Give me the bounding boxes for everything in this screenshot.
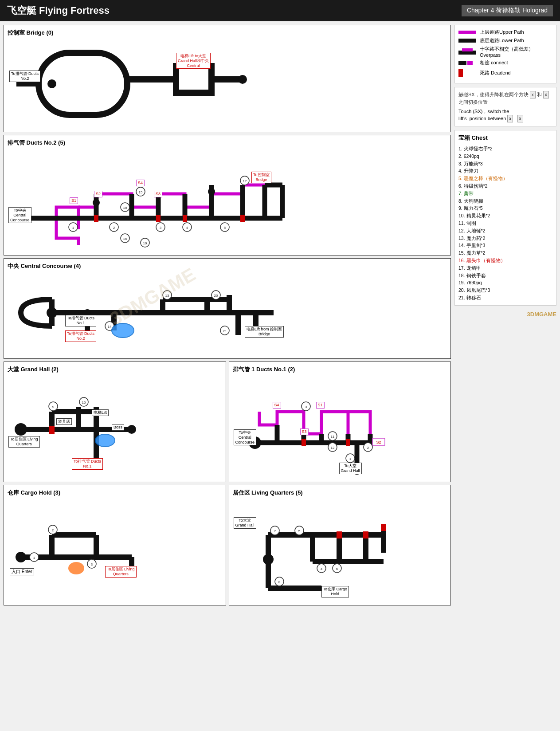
chest-item-7: 7. 萧带	[458, 190, 552, 197]
legend-deadend: 死路 Deadend	[458, 68, 552, 78]
living-quarters-map-section: 居住区 Living Quarters (5)	[229, 485, 451, 605]
legend-deadend-graphic	[458, 68, 476, 78]
svg-text:6: 6	[336, 567, 338, 571]
cargo-hold-enter-label: 入口 Enter	[10, 568, 34, 575]
svg-point-75	[95, 434, 115, 447]
central-map-canvas: 13 20 21 14 To排气管 DuctsNo.1 To排气管 DuctsN…	[8, 273, 447, 355]
svg-text:1: 1	[33, 556, 35, 560]
svg-point-4	[47, 79, 56, 88]
cargo-hold-title: 仓库 Cargo Hold (3)	[8, 489, 222, 497]
grand-hall-lift-label: 电梯Lift	[92, 409, 109, 416]
ducts1-grand-hall-label: To大堂Grand Hall	[339, 463, 362, 474]
chest-item-2: 2. 6240pq	[458, 153, 552, 160]
chest-item-3: 3. 万能药*3	[458, 160, 552, 168]
bridge-title: 控制室 Bridge (0)	[8, 29, 447, 37]
svg-point-124	[263, 554, 274, 565]
svg-text:5: 5	[224, 226, 226, 230]
svg-text:4: 4	[186, 226, 188, 230]
svg-text:18: 18	[123, 206, 127, 210]
ducts1-map-canvas: S2 3 11 12 2 1 To中央CentralConcourse	[233, 376, 447, 478]
chest-item-8: 8. 天狗晓撞	[458, 197, 552, 205]
central-map-svg: 13 20 21 14	[8, 273, 318, 353]
touch-sx-box1: x	[530, 91, 536, 98]
svg-text:15: 15	[139, 190, 143, 194]
legend-panel: 上层道路Upper Path 底层道路Lower Path 十字路不相交（高低差…	[454, 25, 556, 83]
chest-item-5: 5. 恶魔之棒（有怪物）	[458, 175, 552, 182]
legend-upper: 上层道路Upper Path	[458, 29, 552, 35]
branding-logo: 3DMGAME	[454, 311, 556, 318]
header: 飞空艇 Flying Fortress Chapter 4 荷禄格勒 Holog…	[0, 0, 560, 21]
legend-lower-line	[458, 39, 476, 43]
svg-text:3: 3	[305, 405, 307, 409]
chest-item-14: 14. 手里剑*3	[458, 242, 552, 249]
grand-hall-shop-label: 道具店	[56, 418, 72, 425]
chest-item-10: 10. 精灵花果*2	[458, 212, 552, 220]
chest-item-17: 17. 龙鳞甲	[458, 264, 552, 272]
svg-rect-126	[363, 531, 368, 538]
legend-connect: 相连 connect	[458, 59, 552, 66]
svg-rect-19	[94, 215, 98, 222]
chest-list: 1. 火球怪右手*2 2. 6240pq 3. 万能药*3 4. 升降刀 5. …	[458, 145, 552, 302]
bridge-map-section: 控制室 Bridge (0)	[4, 25, 451, 132]
svg-point-5	[238, 75, 247, 84]
grand-hall-map-section: 大堂 Grand Hall (2)	[4, 362, 226, 482]
living-cargo-label: To仓库 CargoHold	[321, 586, 349, 597]
svg-text:12: 12	[330, 446, 334, 450]
legend-upper-line	[458, 31, 476, 34]
svg-text:4: 4	[320, 567, 322, 571]
svg-text:13: 13	[165, 294, 169, 298]
svg-text:19: 19	[143, 241, 147, 245]
svg-point-67	[15, 423, 27, 436]
chest-item-4: 4. 升降刀	[458, 167, 552, 175]
svg-text:21: 21	[223, 329, 227, 333]
chest-title: 宝箱 Chest	[458, 134, 552, 143]
svg-text:1: 1	[72, 226, 74, 230]
svg-text:S2: S2	[376, 440, 381, 444]
svg-rect-89	[302, 439, 306, 446]
legend-connect-graphic	[458, 61, 476, 65]
svg-rect-125	[337, 531, 342, 538]
chest-item-18: 18. 钢铁手套	[458, 272, 552, 279]
touch-sx-chinese: 触碰SX，使得升降机在两个方块 x 和 x 之间切换位置	[458, 91, 552, 106]
central-title: 中央 Central Concourse (4)	[8, 262, 447, 270]
svg-text:16: 16	[123, 237, 127, 241]
ducts1-map-section: 排气管 1 Ducts No.1 (2)	[229, 362, 451, 482]
chest-panel: 宝箱 Chest 1. 火球怪右手*2 2. 6240pq 3. 万能药*3 4…	[454, 130, 556, 306]
svg-text:3: 3	[160, 226, 162, 230]
svg-text:10: 10	[82, 401, 86, 405]
bridge-map-canvas: To排气管 DuctsNo.2 电梯Lift to大堂Grand Hall和中央…	[8, 39, 447, 128]
svg-text:8: 8	[278, 580, 280, 584]
grand-hall-map-canvas: 9 10 道具店 电梯Lift Boss To居住区 LivingQuarter…	[8, 376, 222, 478]
svg-text:2: 2	[52, 528, 54, 532]
svg-text:5: 5	[298, 529, 300, 533]
svg-point-73	[127, 425, 136, 434]
chest-item-13: 13. 魔力药*2	[458, 235, 552, 242]
right-panel: 上层道路Upper Path 底层道路Lower Path 十字路不相交（高低差…	[454, 25, 556, 605]
svg-rect-22	[240, 215, 245, 222]
central-ducts1-label: To排气管 DuctsNo.1	[65, 315, 96, 326]
svg-text:2: 2	[113, 226, 115, 230]
ducts1-s1-label: S1	[316, 402, 325, 409]
svg-text:11: 11	[330, 435, 334, 439]
chest-item-11: 11. 制图	[458, 220, 552, 227]
ducts2-s2-label: S2	[94, 191, 102, 197]
chapter-label: Chapter 4 荷禄格勒 Holograd	[462, 5, 553, 16]
bridge-lift-label: 电梯Lift to大堂Grand Hall和中央Central	[176, 53, 211, 69]
ducts2-map-section: 排气管 Ducts No.2 (5)	[4, 135, 451, 255]
svg-point-18	[208, 188, 215, 195]
svg-text:9: 9	[52, 405, 55, 409]
bottom-row-2: 仓库 Cargo Hold (3)	[4, 485, 451, 605]
main-content: 控制室 Bridge (0)	[0, 21, 560, 609]
chest-item-20: 20. 凤凰尾巴*3	[458, 287, 552, 294]
bottom-row: 大堂 Grand Hall (2)	[4, 362, 451, 482]
legend-overpass-label: 十字路不相交（高低差）Overpass	[480, 46, 552, 58]
ducts1-svg: S2 3 11 12 2 1	[233, 376, 392, 476]
svg-text:17: 17	[243, 179, 247, 183]
svg-text:20: 20	[214, 294, 218, 298]
svg-text:7: 7	[274, 529, 276, 533]
cargo-hold-map-canvas: 2 1 3 入口 Enter To居住区 LivingQuarters	[8, 499, 222, 601]
svg-rect-127	[381, 524, 386, 531]
legend-overpass: 十字路不相交（高低差）Overpass	[458, 46, 552, 58]
ducts2-title: 排气管 Ducts No.2 (5)	[8, 139, 447, 147]
ducts2-map-svg: 15 17 18 1 2 3	[8, 149, 327, 249]
